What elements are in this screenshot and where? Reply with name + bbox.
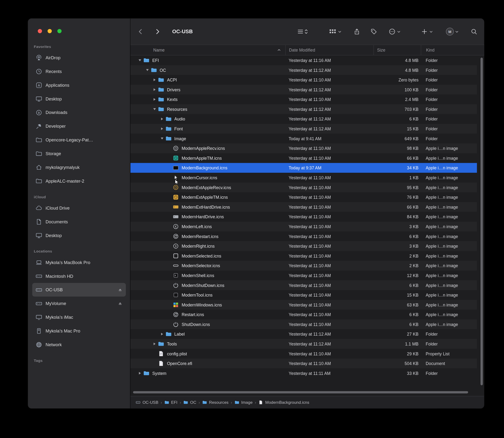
path-item-resources[interactable]: Resources — [202, 400, 228, 405]
account-button[interactable]: M — [446, 28, 459, 35]
path-item-efi[interactable]: EFI — [164, 400, 177, 405]
disclosure-triangle-icon[interactable] — [152, 108, 157, 110]
table-row-modernbackground-icns[interactable]: ModernBackground.icnsToday at 9:37 AM34 … — [130, 163, 477, 173]
column-header-size[interactable]: Size — [374, 45, 421, 55]
table-row-moderncursor-icns[interactable]: ModernCursor.icnsYesterday at 11:10 AM1 … — [130, 173, 477, 183]
eject-icon[interactable] — [118, 301, 123, 306]
sidebar-item-oc-usb[interactable]: OC-USB — [32, 283, 126, 296]
table-row-modernselected-icns[interactable]: ModernSelected.icnsYesterday at 11:10 AM… — [130, 251, 477, 261]
tags-button[interactable] — [370, 28, 378, 35]
forward-button[interactable] — [154, 28, 161, 35]
table-row-modernappletm-icns[interactable]: ModernAppleTM.icnsYesterday at 11:10 AM6… — [130, 153, 477, 163]
table-row-modernright-icns[interactable]: ModernRight.icnsYesterday at 11:10 AM3 K… — [130, 241, 477, 251]
disclosure-triangle-icon[interactable] — [152, 98, 157, 101]
disclosure-triangle-icon[interactable] — [152, 78, 157, 81]
sidebar-item-applications[interactable]: AApplications — [32, 78, 126, 92]
sidebar-item-icloud-drive[interactable]: iCloud Drive — [32, 201, 126, 215]
table-row-oc[interactable]: OCYesterday at 11:12 AM4.8 MBFolder — [130, 65, 477, 75]
table-row-modernextharddrive-icns[interactable]: ModernExtHardDrive.icnsYesterday at 11:1… — [130, 202, 477, 212]
column-header-name[interactable]: Name — [130, 45, 286, 55]
path-separator: › — [160, 400, 162, 405]
table-row-modernshutdown-icns[interactable]: ModernShutDown.icnsYesterday at 11:10 AM… — [130, 280, 477, 290]
disclosure-triangle-icon[interactable] — [160, 118, 164, 120]
sidebar-item-recents[interactable]: Recents — [32, 65, 126, 78]
share-button[interactable] — [353, 28, 361, 35]
table-row-modernharddrive-icns[interactable]: ModernHardDrive.icnsYesterday at 11:10 A… — [130, 212, 477, 222]
sidebar-item-network[interactable]: Network — [32, 338, 126, 351]
table-row-config-plist[interactable]: config.plistYesterday at 11:10 AM29 KBPr… — [130, 349, 477, 359]
table-row-modernextapplerecv-icns[interactable]: ModernExtAppleRecv.icnsYesterday at 11:1… — [130, 183, 477, 193]
back-button[interactable] — [137, 28, 144, 35]
sidebar-item-developer[interactable]: Developer — [32, 119, 126, 133]
path-item-modernbackground-icns[interactable]: ModernBackground.icns — [259, 400, 309, 405]
file-size: 2 KB — [374, 263, 421, 268]
table-row-modernleft-icns[interactable]: ModernLeft.icnsYesterday at 11:10 AM3 KB… — [130, 222, 477, 231]
table-row-resources[interactable]: ResourcesYesterday at 11:12 AM703 KBFold… — [130, 104, 477, 114]
table-row-efi[interactable]: EFIYesterday at 11:16 AM4.8 MBFolder — [130, 55, 477, 65]
disclosure-triangle-icon[interactable] — [160, 333, 164, 335]
vertical-scrollbar[interactable] — [481, 58, 483, 385]
disclosure-triangle-icon[interactable] — [160, 127, 164, 130]
zoom-window-button[interactable] — [57, 29, 62, 33]
table-row-image[interactable]: ImageToday at 9:41 AM649 KBFolder — [130, 134, 477, 143]
horizontal-scrollbar[interactable] — [133, 391, 468, 393]
table-row-modernwindows-icns[interactable]: ModernWindows.icnsYesterday at 11:10 AM6… — [130, 300, 477, 310]
table-row-drivers[interactable]: DriversYesterday at 11:12 AM100 KBFolder — [130, 85, 477, 95]
table-row-shutdown-icns[interactable]: ShutDown.icnsYesterday at 11:10 AM6 KBAp… — [130, 319, 477, 329]
sidebar-item-storage[interactable]: Storage — [32, 147, 126, 160]
group-button[interactable] — [329, 28, 342, 35]
disclosure-triangle-icon[interactable] — [160, 138, 164, 140]
file-name: ModernLeft.icns — [182, 224, 212, 229]
sidebar-item-documents[interactable]: Documents — [32, 215, 126, 229]
disclosure-triangle-icon[interactable] — [138, 59, 142, 61]
sidebar-item-macintosh-hd[interactable]: Macintosh HD — [32, 269, 126, 283]
sidebar-item-mykola-s-mac-pro[interactable]: Mykola’s Mac Pro — [32, 324, 126, 338]
table-row-audio[interactable]: AudioYesterday at 11:12 AM6 KBFolder — [130, 114, 477, 124]
sidebar-item-downloads[interactable]: Downloads — [32, 106, 126, 119]
more-actions-button[interactable] — [389, 28, 401, 35]
table-row-tools[interactable]: ToolsYesterday at 11:12 AM1.1 MBFolder — [130, 339, 477, 349]
close-window-button[interactable] — [38, 29, 42, 33]
table-row-kexts[interactable]: KextsYesterday at 11:10 AM2.4 MBFolder — [130, 94, 477, 104]
table-row-moderntool-icns[interactable]: ModernTool.icnsYesterday at 11:10 AM15 K… — [130, 290, 477, 300]
disclosure-triangle-icon[interactable] — [152, 88, 157, 91]
view-switcher-button[interactable] — [297, 28, 309, 35]
search-button[interactable] — [470, 28, 478, 35]
folder-sidebar-icon — [35, 136, 42, 143]
table-row-font[interactable]: FontYesterday at 11:12 AM15 KBFolder — [130, 124, 477, 134]
table-row-modernrestart-icns[interactable]: ModernRestart.icnsYesterday at 11:10 AM6… — [130, 231, 477, 241]
path-item-oc-usb[interactable]: OC-USB — [136, 400, 158, 405]
file-kind: Apple i…n image — [421, 293, 477, 297]
table-row-modernshell-icns[interactable]: ModernShell.icnsYesterday at 11:10 AM12 … — [130, 271, 477, 280]
table-row-restart-icns[interactable]: Restart.icnsYesterday at 11:10 AM6 KBApp… — [130, 310, 477, 319]
column-header-kind[interactable]: Kind — [421, 45, 484, 55]
eject-icon[interactable] — [118, 287, 123, 292]
disclosure-triangle-icon[interactable] — [152, 343, 157, 345]
table-row-acpi[interactable]: ACPIYesterday at 11:10 AMZero bytesFolde… — [130, 75, 477, 85]
table-row-modernselector-icns[interactable]: ModernSelector.icnsYesterday at 11:10 AM… — [130, 261, 477, 271]
column-header-date-modified[interactable]: Date Modified — [286, 45, 374, 55]
new-item-button[interactable] — [421, 28, 433, 35]
disclosure-triangle-icon[interactable] — [138, 372, 142, 375]
table-row-system[interactable]: SystemYesterday at 11:11 AM33 KBFolder — [130, 368, 477, 378]
path-item-image[interactable]: Image — [234, 400, 252, 405]
sidebar-item-mykola-s-macbook-pro[interactable]: Mykola’s MacBook Pro — [32, 256, 126, 269]
table-row-opencore-efi[interactable]: OpenCore.efiYesterday at 11:10 AM504 KBD… — [130, 359, 477, 368]
disclosure-triangle-icon[interactable] — [145, 69, 149, 71]
table-row-modernextappletm-icns[interactable]: ModernExtAppleTM.icnsYesterday at 11:10 … — [130, 192, 477, 202]
sidebar-item-airdrop[interactable]: AirDrop — [32, 51, 126, 65]
minimize-window-button[interactable] — [47, 29, 52, 33]
table-row-modernapplerecv-icns[interactable]: ModernAppleRecv.icnsYesterday at 11:10 A… — [130, 143, 477, 153]
sidebar-item-myvolume[interactable]: MyVolume — [32, 296, 126, 310]
sidebar-item-desktop[interactable]: Desktop — [32, 92, 126, 106]
sidebar-item-mykola-s-imac[interactable]: Mykola’s iMac — [32, 310, 126, 324]
sidebar-item-mykolagrymalyuk[interactable]: mykolagrymalyuk — [32, 160, 126, 174]
selected-frame-icon — [172, 252, 179, 259]
path-separator: › — [180, 400, 181, 405]
sidebar-item-applealc-master-2[interactable]: AppleALC-master-2 — [32, 174, 126, 188]
group-icon — [329, 28, 336, 35]
path-item-oc[interactable]: OC — [183, 400, 196, 405]
sidebar-item-desktop[interactable]: Desktop — [32, 228, 126, 242]
table-row-label[interactable]: LabelYesterday at 11:12 AM27 KBFolder — [130, 329, 477, 339]
sidebar-item-opencore-legacy-pat[interactable]: Opencore-Legacy-Pat… — [32, 133, 126, 147]
